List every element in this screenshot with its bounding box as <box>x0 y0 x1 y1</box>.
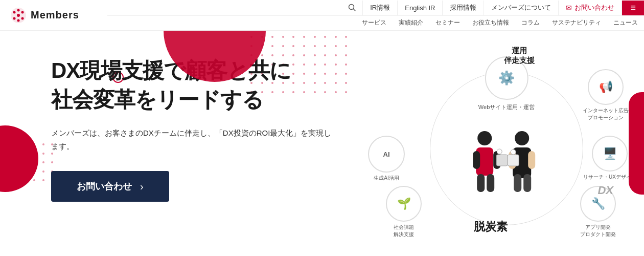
ai-icon-circle: AI <box>368 136 405 173</box>
nav-column[interactable]: コラム <box>515 18 546 27</box>
svg-line-9 <box>354 9 356 11</box>
svg-rect-21 <box>528 151 535 169</box>
people-illustration <box>462 123 543 211</box>
svg-point-6 <box>13 11 16 13</box>
svg-rect-12 <box>473 151 480 169</box>
hero-content: DX現場支援で顧客と共に 社会変革をリードする メンバーズは、お客さまのDXチー… <box>51 56 337 202</box>
nav-english-ir[interactable]: English IR <box>397 1 442 15</box>
hero-section: const dotsGrid = document.querySelector(… <box>0 31 644 256</box>
search-icon <box>348 4 356 12</box>
svg-point-2 <box>21 11 24 13</box>
ad-label: インターネット広告プロモーション <box>583 107 629 121</box>
diagram-item-social: 🌱 社会課題解決支援 <box>386 186 422 238</box>
dx-label: DX <box>597 184 613 197</box>
nav-info[interactable]: お役立ち情報 <box>466 18 515 27</box>
cta-arrow: › <box>140 181 144 193</box>
svg-rect-16 <box>496 155 508 166</box>
svg-point-5 <box>13 17 16 19</box>
nav-contact[interactable]: ✉ お問い合わせ <box>558 1 622 15</box>
svg-rect-14 <box>477 174 485 192</box>
logo-icon <box>10 7 27 24</box>
nav-about[interactable]: メンバーズについて <box>484 1 558 15</box>
mail-icon: ✉ <box>566 4 572 12</box>
svg-point-10 <box>477 131 492 145</box>
logo-area[interactable]: Members <box>0 0 92 30</box>
svg-rect-24 <box>508 155 519 166</box>
nav-news[interactable]: ニュース <box>607 18 644 27</box>
nav-case[interactable]: 実績紹介 <box>393 18 429 27</box>
header-nav: IR情報 English IR 採用情報 メンバーズについて ✉ お問い合わせ … <box>92 0 644 30</box>
cta-button[interactable]: お問い合わせ › <box>51 171 169 202</box>
app-label: アプリ開発プロダクト開発 <box>580 224 616 238</box>
svg-point-1 <box>17 9 20 11</box>
svg-point-7 <box>17 14 20 17</box>
svg-rect-22 <box>514 174 521 192</box>
diagram-item-top-right: 📢 インターネット広告プロモーション <box>583 69 629 121</box>
header: Members IR情報 English IR 採用情報 メンバーズについて ✉… <box>0 0 644 31</box>
svg-point-25 <box>511 150 516 155</box>
svg-point-18 <box>515 131 529 145</box>
nav-sustainability[interactable]: サステナビリティ <box>546 18 607 27</box>
research-icon-circle: 🖥️ <box>592 136 628 172</box>
illustration-svg <box>462 123 543 205</box>
diagram-center-top-label: 運用 伴走支援 <box>504 46 535 66</box>
nav-ir[interactable]: IR情報 <box>362 1 397 15</box>
hero-subtitle: メンバーズは、お客さまのDXチームに伴走し、「DX投資のROI最大化」を実現しま… <box>51 126 337 153</box>
svg-rect-15 <box>487 174 494 192</box>
logo-text: Members <box>31 9 79 21</box>
diagram-container: ⚙️ Webサイト運用・運営 運用 伴走支援 📢 インターネット広告プロモーショ… <box>358 41 644 256</box>
hero-diagram: ⚙️ Webサイト運用・運営 運用 伴走支援 📢 インターネット広告プロモーショ… <box>358 41 644 256</box>
nav-seminar[interactable]: セミナー <box>429 18 466 27</box>
red-right-edge <box>629 92 644 195</box>
social-label: 社会課題解決支援 <box>394 224 414 238</box>
top-nav: IR情報 English IR 採用情報 メンバーズについて ✉ お問い合わせ … <box>107 1 644 16</box>
hamburger-button[interactable]: ≡ <box>622 1 644 15</box>
nav-recruit[interactable]: 採用情報 <box>442 1 484 15</box>
nav-service[interactable]: サービス <box>356 18 393 27</box>
bottom-nav: サービス 実績紹介 セミナー お役立ち情報 コラム サステナビリティ ニュース <box>107 16 644 30</box>
svg-point-17 <box>497 149 502 154</box>
svg-rect-23 <box>523 174 531 192</box>
web-label: Webサイト運用・運営 <box>478 103 535 112</box>
svg-point-3 <box>21 17 24 19</box>
svg-point-4 <box>17 19 20 22</box>
ai-label: 生成AI活用 <box>374 175 399 182</box>
ad-icon-circle: 📢 <box>588 69 624 105</box>
search-button[interactable] <box>342 1 362 15</box>
social-icon-circle: 🌱 <box>386 186 422 222</box>
diagram-item-ai: AI 生成AI活用 <box>368 136 405 182</box>
big-text-decarbonization: 脱炭素 <box>474 219 508 234</box>
